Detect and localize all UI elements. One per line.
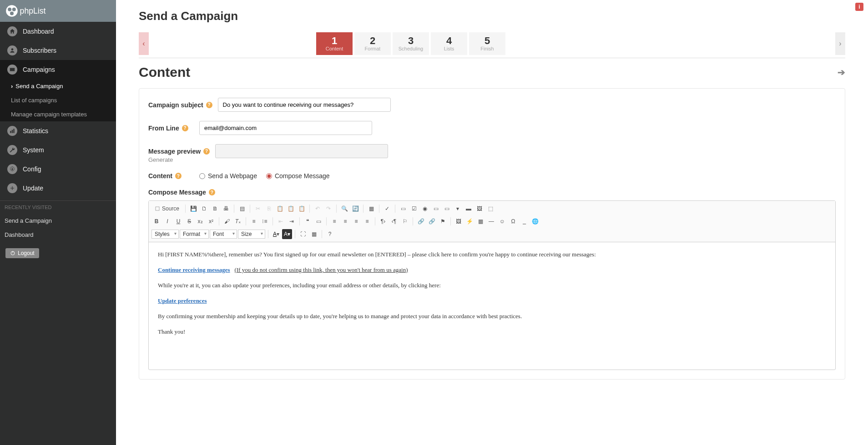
outdent-icon[interactable]: ⇤ (276, 216, 286, 226)
maximize-icon[interactable]: ⛶ (298, 229, 308, 239)
cut-icon[interactable]: ✂ (253, 204, 263, 214)
save-icon[interactable]: 💾 (188, 204, 198, 214)
logout-button[interactable]: Logout (5, 248, 39, 258)
replace-icon[interactable]: 🔄 (350, 204, 360, 214)
subnav-manage-templates[interactable]: Manage campaign templates (0, 107, 116, 121)
copy-format-icon[interactable]: 🖌 (222, 216, 232, 226)
bold-icon[interactable]: B (151, 216, 161, 226)
flash-icon[interactable]: ⚡ (464, 216, 474, 226)
sidebar-item-campaigns[interactable]: Campaigns (0, 60, 116, 79)
step-finish[interactable]: 5 Finish (469, 32, 505, 55)
show-blocks-icon[interactable]: ▦ (309, 229, 319, 239)
button-icon[interactable]: ▬ (464, 204, 474, 214)
strike-icon[interactable]: S (184, 216, 194, 226)
step-next-button[interactable]: › (835, 32, 845, 55)
align-left-icon[interactable]: ≡ (329, 216, 339, 226)
remove-format-icon[interactable]: Tₓ (233, 216, 243, 226)
pagebreak-icon[interactable]: ⎯ (519, 216, 529, 226)
align-justify-icon[interactable]: ≡ (362, 216, 372, 226)
image-icon[interactable]: 🖼 (454, 216, 464, 226)
editor-content[interactable]: Hi [FIRST NAME%%there], remember us? You… (149, 242, 835, 370)
step-content[interactable]: 1 Content (316, 32, 353, 55)
div-icon[interactable]: ▭ (313, 216, 323, 226)
sidebar-item-config[interactable]: Config (0, 160, 116, 179)
select-icon[interactable]: ▾ (453, 204, 463, 214)
copy-icon[interactable]: ⎘ (264, 204, 274, 214)
step-format[interactable]: 2 Format (354, 32, 391, 55)
info-badge-icon[interactable]: i (855, 3, 863, 11)
about-icon[interactable]: ? (325, 229, 335, 239)
step-lists[interactable]: 4 Lists (431, 32, 467, 55)
step-prev-button[interactable]: ‹ (139, 32, 149, 55)
italic-icon[interactable]: I (162, 216, 172, 226)
hr-icon[interactable]: — (486, 216, 496, 226)
templates-icon[interactable]: ▤ (237, 204, 247, 214)
styles-dropdown[interactable]: Styles (151, 230, 179, 239)
align-right-icon[interactable]: ≡ (351, 216, 361, 226)
recent-item[interactable]: Dashboard (0, 228, 116, 242)
text-color-icon[interactable]: A▾ (271, 229, 281, 239)
table-icon[interactable]: ▦ (475, 216, 485, 226)
select-all-icon[interactable]: ▦ (366, 204, 376, 214)
sidebar-item-dashboard[interactable]: Dashboard (0, 22, 116, 41)
radio-compose-message[interactable]: Compose Message (266, 172, 330, 180)
superscript-icon[interactable]: x² (206, 216, 216, 226)
find-icon[interactable]: 🔍 (339, 204, 349, 214)
step-scheduling[interactable]: 3 Scheduling (393, 32, 429, 55)
subnav-list-campaigns[interactable]: List of campaigns (0, 93, 116, 107)
specialchar-icon[interactable]: Ω (508, 216, 518, 226)
textarea-icon[interactable]: ▭ (442, 204, 452, 214)
radio-send-webpage[interactable]: Send a Webpage (199, 172, 257, 180)
print-icon[interactable]: 🖶 (221, 204, 231, 214)
sidebar-item-statistics[interactable]: Statistics (0, 121, 116, 140)
bullet-list-icon[interactable]: ⁝≡ (260, 216, 270, 226)
anchor-icon[interactable]: ⚑ (438, 216, 448, 226)
help-icon[interactable]: ? (203, 148, 210, 155)
smiley-icon[interactable]: ☺ (497, 216, 507, 226)
iframe-icon[interactable]: 🌐 (530, 216, 540, 226)
help-icon[interactable]: ? (182, 125, 188, 131)
subject-input[interactable] (218, 98, 391, 112)
checkbox-icon[interactable]: ☑ (409, 204, 419, 214)
paste-icon[interactable]: 📋 (275, 204, 285, 214)
preview-icon[interactable]: 🗎 (210, 204, 220, 214)
undo-icon[interactable]: ↶ (313, 204, 323, 214)
size-dropdown[interactable]: Size (238, 230, 265, 239)
help-icon[interactable]: ? (206, 102, 212, 108)
underline-icon[interactable]: U (173, 216, 183, 226)
align-center-icon[interactable]: ≡ (340, 216, 350, 226)
textfield-icon[interactable]: ▭ (431, 204, 441, 214)
redo-icon[interactable]: ↷ (323, 204, 333, 214)
ltr-icon[interactable]: ¶› (378, 216, 388, 226)
blockquote-icon[interactable]: ❝ (303, 216, 313, 226)
subscript-icon[interactable]: x₂ (195, 216, 205, 226)
logo[interactable]: phpList (0, 0, 116, 22)
imagebutton-icon[interactable]: 🖼 (474, 204, 484, 214)
language-icon[interactable]: ⚐ (400, 216, 410, 226)
paste-word-icon[interactable]: 📋 (297, 204, 307, 214)
unlink-icon[interactable]: 🔗 (427, 216, 437, 226)
paste-text-icon[interactable]: 📋 (286, 204, 296, 214)
from-input[interactable] (199, 121, 372, 135)
spellcheck-icon[interactable]: ✓ (382, 204, 392, 214)
font-dropdown[interactable]: Font (210, 230, 237, 239)
next-section-arrow-icon[interactable]: ➔ (838, 67, 845, 78)
help-icon[interactable]: ? (209, 189, 215, 195)
bg-color-icon[interactable]: A▾ (282, 229, 292, 239)
recent-item[interactable]: Send a Campaign (0, 214, 116, 228)
format-dropdown[interactable]: Format (180, 230, 209, 239)
continue-link[interactable]: Continue receiving messages (158, 266, 230, 273)
link-icon[interactable]: 🔗 (416, 216, 426, 226)
rtl-icon[interactable]: ‹¶ (389, 216, 399, 226)
subnav-send-campaign[interactable]: Send a Campaign (0, 79, 116, 93)
sidebar-item-update[interactable]: Update (0, 179, 116, 198)
hidden-icon[interactable]: ⬚ (485, 204, 495, 214)
update-prefs-link[interactable]: Update preferences (158, 297, 207, 304)
numbered-list-icon[interactable]: ≡ (249, 216, 259, 226)
radio-icon[interactable]: ◉ (420, 204, 430, 214)
sidebar-item-subscribers[interactable]: Subscribers (0, 41, 116, 60)
form-icon[interactable]: ▭ (398, 204, 408, 214)
source-button[interactable]: Source (151, 204, 182, 214)
help-icon[interactable]: ? (175, 173, 182, 179)
indent-icon[interactable]: ⇥ (287, 216, 297, 226)
